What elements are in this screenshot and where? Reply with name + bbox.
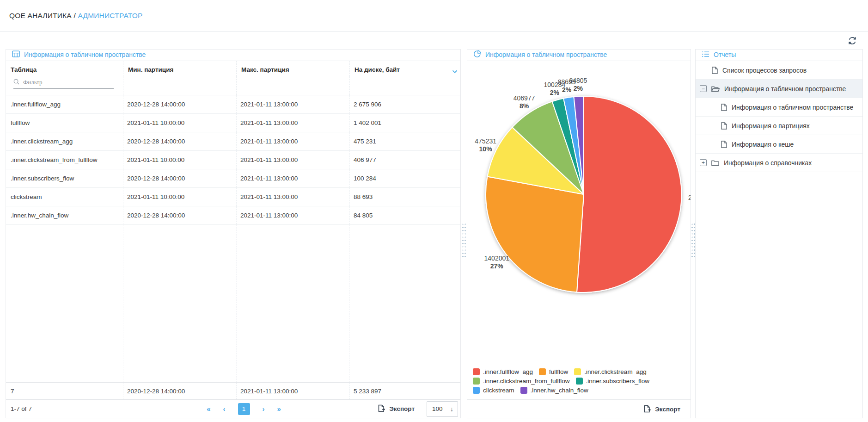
total-max-partition: 2021-01-11 13:00:00 <box>236 383 349 399</box>
breadcrumb-current[interactable]: АДМИНИСТРАТОР <box>78 12 142 19</box>
cell-disk-bytes: 88 693 <box>349 188 460 206</box>
expand-box-icon[interactable]: + <box>700 159 707 166</box>
chart-legend: .inner.fullflow_agg fullflow .inner.clic… <box>467 366 691 399</box>
first-page-button[interactable]: « <box>207 405 210 412</box>
cell-max-partition: 2021-01-11 13:00:00 <box>236 95 349 113</box>
table-footer: 1-7 of 7 « ‹ 1 › » Экспорт <box>6 399 460 418</box>
reports-panel: Отчеты Список процессов запросов − Инфор… <box>695 49 863 418</box>
cell-disk-bytes: 84 805 <box>349 206 460 224</box>
table-row[interactable]: .inner.clickstream_agg 2020-12-28 14:00:… <box>6 132 460 151</box>
cell-max-partition: 2021-01-11 13:00:00 <box>236 188 349 206</box>
cell-table-name: .inner.clickstream_agg <box>6 132 123 150</box>
tree-item[interactable]: Список процессов запросов <box>696 61 862 80</box>
tree-item[interactable]: Информация о кеше <box>696 135 862 154</box>
next-page-button[interactable]: › <box>263 405 265 412</box>
page-1-button[interactable]: 1 <box>238 403 250 415</box>
total-disk-bytes: 5 233 897 <box>349 383 460 399</box>
table-row[interactable]: .inner.hw_chain_flow 2020-12-28 14:00:00… <box>6 206 460 225</box>
pagination: « ‹ 1 › » <box>110 403 378 415</box>
search-icon <box>13 78 19 87</box>
cell-table-name: .inner.subscribers_flow <box>6 169 123 187</box>
cell-min-partition: 2021-01-11 10:00:00 <box>123 151 236 169</box>
legend-swatch <box>576 378 583 385</box>
legend-swatch <box>574 368 581 375</box>
cell-max-partition: 2021-01-11 13:00:00 <box>236 169 349 187</box>
table-row[interactable]: .inner.fullflow_agg 2020-12-28 14:00:00 … <box>6 95 460 114</box>
chart-panel-header: Информация о табличном пространстве <box>467 50 691 61</box>
tree-item-label: Список процессов запросов <box>722 67 807 74</box>
file-icon <box>721 141 727 148</box>
chart-footer: Экспорт <box>467 399 691 419</box>
table-total-row: 7 2020-12-28 14:00:00 2021-01-11 13:00:0… <box>6 382 460 399</box>
pie-chart-icon <box>473 50 481 59</box>
folder-open-icon <box>711 86 720 92</box>
legend-item[interactable]: .inner.clickstream_agg <box>574 368 646 375</box>
breadcrumb-root: QOE АНАЛИТИКА <box>9 12 72 19</box>
legend-swatch <box>473 368 480 375</box>
column-header-min-partition[interactable]: Мин. партиция <box>123 61 236 76</box>
column-header-disk-bytes[interactable]: На диске, байт <box>349 61 460 76</box>
legend-item[interactable]: .inner.fullflow_agg <box>473 368 533 375</box>
refresh-icon[interactable] <box>848 36 857 45</box>
export-icon <box>378 404 385 414</box>
legend-swatch <box>520 387 527 394</box>
table-empty-area <box>6 225 460 382</box>
filter-input[interactable] <box>22 78 101 87</box>
legend-label: fullflow <box>549 368 568 375</box>
cell-table-name: .inner.hw_chain_flow <box>6 206 123 224</box>
column-header-table[interactable]: Таблица <box>6 61 123 76</box>
tree-item[interactable]: Информация о табличном пространстве <box>696 98 862 117</box>
cell-min-partition: 2020-12-28 14:00:00 <box>123 95 236 113</box>
dropdown-arrow-icon: ↓ <box>450 405 453 413</box>
table-row[interactable]: .inner.clickstream_from_fullflow 2021-01… <box>6 151 460 169</box>
pie-chart[interactable]: 2675906 51%140200127%47523110%4069778%10… <box>467 61 691 366</box>
cell-disk-bytes: 2 675 906 <box>349 95 460 113</box>
reports-tree: Список процессов запросов − Информация о… <box>696 61 862 172</box>
table-filter[interactable] <box>13 78 114 89</box>
pie-slice <box>486 176 584 292</box>
table-panel-title: Информация о табличном пространстве <box>24 51 146 58</box>
tree-item-label: Информация о справочниках <box>724 159 812 167</box>
cell-max-partition: 2021-01-11 13:00:00 <box>236 206 349 224</box>
collapse-box-icon[interactable]: − <box>700 85 707 92</box>
legend-item[interactable]: clickstream <box>473 387 514 394</box>
legend-label: .inner.clickstream_agg <box>584 368 646 375</box>
last-page-button[interactable]: » <box>277 405 281 412</box>
total-min-partition: 2020-12-28 14:00:00 <box>123 383 236 399</box>
cell-min-partition: 2020-12-28 14:00:00 <box>123 169 236 187</box>
legend-item[interactable]: fullflow <box>539 368 568 375</box>
cell-max-partition: 2021-01-11 13:00:00 <box>236 114 349 132</box>
export-icon <box>643 405 651 414</box>
chart-export-button[interactable]: Экспорт <box>643 405 680 414</box>
panel-splitter-right[interactable] <box>691 49 695 418</box>
panel-splitter-left[interactable] <box>461 49 467 418</box>
tree-item[interactable]: − Информация о табличном пространстве <box>696 80 862 98</box>
folder-icon <box>711 160 719 166</box>
reports-panel-title: Отчеты <box>714 51 736 58</box>
page-size-select[interactable]: 100 ↓ <box>427 401 458 417</box>
tree-item[interactable]: Информация о партициях <box>696 117 862 135</box>
table-row[interactable]: clickstream 2021-01-11 10:00:00 2021-01-… <box>6 188 460 206</box>
sort-descending-icon[interactable] <box>452 68 458 75</box>
legend-item[interactable]: .inner.hw_chain_flow <box>520 387 588 394</box>
splitter-drag-handle[interactable] <box>691 223 696 257</box>
list-icon <box>702 51 709 59</box>
svg-text:140200127%: 140200127% <box>484 254 510 270</box>
cell-min-partition: 2021-01-11 10:00:00 <box>123 188 236 206</box>
cell-max-partition: 2021-01-11 13:00:00 <box>236 151 349 169</box>
legend-label: .inner.hw_chain_flow <box>531 387 588 394</box>
splitter-drag-handle[interactable] <box>462 223 466 257</box>
tree-item[interactable]: + Информация о справочниках <box>696 154 862 172</box>
prev-page-button[interactable]: ‹ <box>223 405 226 412</box>
tree-item-label: Информация о табличном пространстве <box>724 85 846 93</box>
legend-item[interactable]: .inner.clickstream_from_fullflow <box>473 378 570 385</box>
legend-label: clickstream <box>483 387 514 394</box>
column-header-max-partition[interactable]: Макс. партиция <box>236 61 349 76</box>
table-export-button[interactable]: Экспорт <box>378 404 415 414</box>
table-row[interactable]: fullflow 2021-01-11 10:00:00 2021-01-11 … <box>6 114 460 132</box>
breadcrumb: QOE АНАЛИТИКА / АДМИНИСТРАТОР <box>9 12 143 20</box>
table-row[interactable]: .inner.subscribers_flow 2020-12-28 14:00… <box>6 169 460 188</box>
cell-disk-bytes: 475 231 <box>349 132 460 150</box>
table-body: .inner.fullflow_agg 2020-12-28 14:00:00 … <box>6 95 460 225</box>
legend-item[interactable]: .inner.subscribers_flow <box>576 378 649 385</box>
